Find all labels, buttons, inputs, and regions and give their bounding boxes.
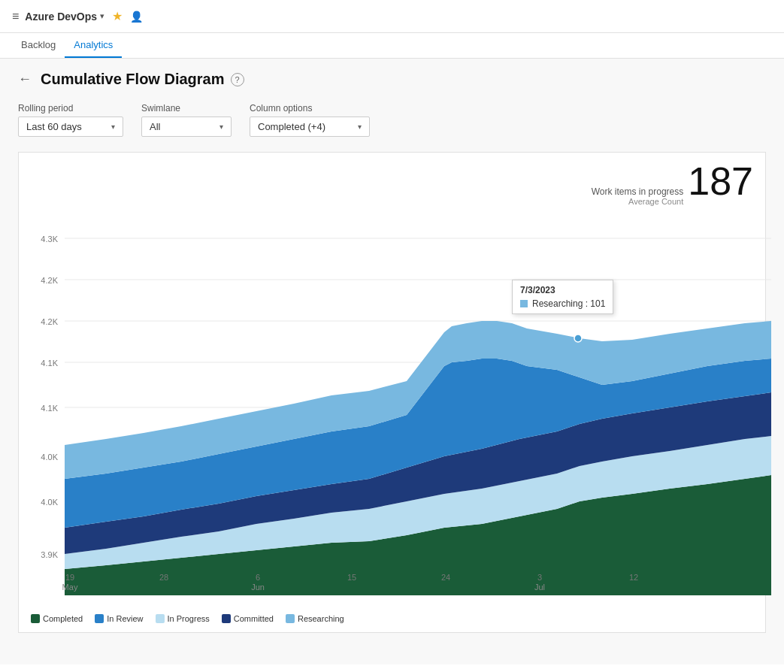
- svg-text:4.2K: 4.2K: [41, 276, 58, 285]
- svg-text:12: 12: [629, 573, 638, 582]
- back-button[interactable]: ←: [18, 71, 32, 87]
- help-icon[interactable]: ?: [231, 73, 244, 86]
- legend-swatch-researching: [286, 614, 295, 623]
- svg-text:19: 19: [65, 573, 74, 582]
- legend-item-completed: Completed: [31, 614, 83, 623]
- rolling-period-select[interactable]: Last 60 days ▾: [18, 117, 123, 137]
- wip-count: 187: [688, 162, 753, 201]
- tab-backlog[interactable]: Backlog: [12, 33, 65, 58]
- avg-count-label: Average Count: [592, 197, 683, 206]
- legend-item-in-review: In Review: [95, 614, 143, 623]
- page-title: Cumulative Flow Diagram: [41, 71, 225, 88]
- svg-text:6: 6: [256, 573, 260, 582]
- chart-legend: Completed In Review In Progress Committe…: [31, 611, 753, 626]
- app-chevron-icon[interactable]: ▾: [100, 11, 104, 21]
- favorite-icon[interactable]: ★: [112, 9, 123, 23]
- page-content: ← Cumulative Flow Diagram ? Rolling peri…: [0, 59, 784, 664]
- legend-swatch-committed: [222, 614, 231, 623]
- legend-item-researching: Researching: [286, 614, 344, 623]
- column-options-filter: Column options Completed (+4) ▾: [250, 103, 370, 137]
- chart-container: Work items in progress Average Count 187…: [18, 152, 766, 633]
- filters-row: Rolling period Last 60 days ▾ Swimlane A…: [18, 103, 766, 137]
- legend-item-in-progress: In Progress: [156, 614, 210, 623]
- swimlane-filter: Swimlane All ▾: [141, 103, 232, 137]
- svg-text:15: 15: [347, 573, 356, 582]
- legend-swatch-in-progress: [156, 614, 165, 623]
- legend-label-committed: Committed: [234, 614, 274, 623]
- nav-tabs: Backlog Analytics: [0, 33, 784, 59]
- svg-text:Jun: Jun: [251, 583, 265, 592]
- legend-label-in-progress: In Progress: [168, 614, 210, 623]
- chart-svg: 4.3K 4.2K 4.2K 4.1K 4.1K 4.0K 4.0K 3.9K: [31, 212, 779, 603]
- legend-swatch-in-review: [95, 614, 104, 623]
- svg-text:3: 3: [537, 573, 542, 582]
- page-header: ← Cumulative Flow Diagram ?: [18, 71, 766, 88]
- tab-analytics[interactable]: Analytics: [65, 33, 122, 58]
- swimlane-chevron: ▾: [219, 123, 223, 131]
- chart-svg-wrapper: 4.3K 4.2K 4.2K 4.1K 4.1K 4.0K 4.0K 3.9K: [31, 212, 753, 605]
- swimlane-select[interactable]: All ▾: [141, 117, 232, 137]
- legend-label-completed: Completed: [43, 614, 83, 623]
- svg-text:4.2K: 4.2K: [41, 317, 58, 326]
- svg-text:4.1K: 4.1K: [41, 359, 58, 368]
- app-name[interactable]: Azure DevOps: [25, 11, 97, 23]
- rolling-period-label: Rolling period: [18, 103, 123, 114]
- legend-item-committed: Committed: [222, 614, 274, 623]
- swimlane-label: Swimlane: [141, 103, 232, 114]
- tooltip-dot: [574, 334, 582, 342]
- svg-text:4.0K: 4.0K: [41, 453, 58, 462]
- user-icon[interactable]: 👤: [130, 11, 143, 23]
- svg-text:4.1K: 4.1K: [41, 404, 58, 413]
- svg-text:4.3K: 4.3K: [41, 235, 58, 244]
- legend-label-researching: Researching: [298, 614, 344, 623]
- wip-label: Work items in progress: [592, 186, 683, 197]
- svg-text:4.0K: 4.0K: [41, 498, 58, 507]
- svg-text:28: 28: [159, 573, 168, 582]
- rolling-period-chevron: ▾: [111, 123, 115, 131]
- legend-label-in-review: In Review: [107, 614, 143, 623]
- legend-swatch-completed: [31, 614, 40, 623]
- app-menu-icon[interactable]: ≡: [12, 10, 19, 23]
- chart-header: Work items in progress Average Count 187: [31, 162, 753, 206]
- top-bar: ≡ Azure DevOps ▾ ★ 👤: [0, 0, 784, 33]
- svg-text:Jul: Jul: [534, 583, 545, 592]
- svg-text:May: May: [62, 583, 78, 592]
- svg-text:3.9K: 3.9K: [41, 550, 58, 559]
- svg-text:24: 24: [441, 573, 450, 582]
- rolling-period-filter: Rolling period Last 60 days ▾: [18, 103, 123, 137]
- column-options-label: Column options: [250, 103, 370, 114]
- column-options-chevron: ▾: [358, 123, 362, 131]
- column-options-select[interactable]: Completed (+4) ▾: [250, 117, 370, 137]
